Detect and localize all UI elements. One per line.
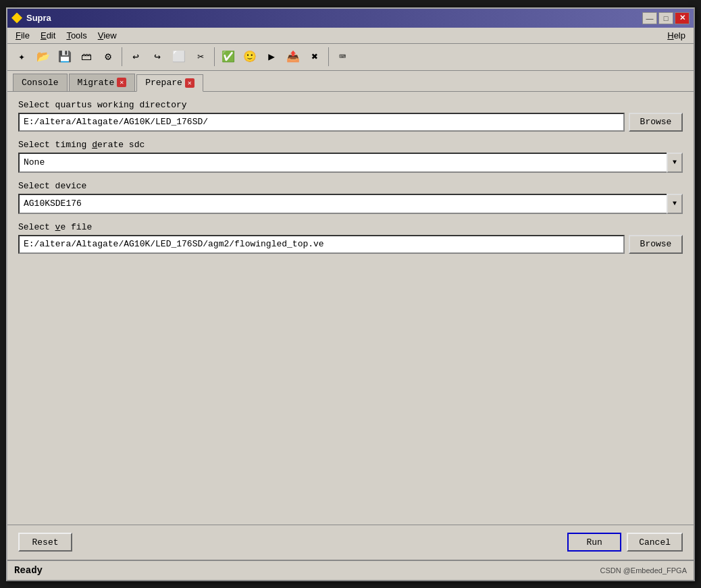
quartus-label: Select quartus working directory (18, 100, 683, 110)
title-bar-left: Supra (11, 13, 51, 24)
ve-browse-button[interactable]: Browse (629, 235, 683, 254)
open-button[interactable]: 📂 (33, 47, 53, 66)
bottom-bar: Reset Run Cancel (7, 525, 694, 560)
device-select[interactable]: AG10KSDE176 (18, 194, 683, 214)
ve-input[interactable] (18, 235, 625, 254)
title-bar: Supra — □ ✕ (7, 9, 694, 28)
toolbar-sep-2 (214, 47, 215, 66)
tab-prepare-label: Prepare (145, 78, 182, 88)
toolbar-sep-3 (328, 47, 329, 66)
device-select-wrapper: AG10KSDE176 ▼ (18, 194, 683, 214)
smiley-button[interactable]: 🙂 (240, 47, 260, 66)
ve-label: Select ve file (18, 222, 683, 232)
title-bar-buttons: — □ ✕ (642, 12, 690, 24)
device-label: Select device (18, 181, 683, 191)
menu-edit[interactable]: Edit (35, 29, 61, 42)
run2-button[interactable]: ▶ (261, 47, 282, 66)
menu-tools[interactable]: Tools (61, 29, 92, 42)
toolbar: ✦ 📂 💾 🗃 ⚙ ↩ ↪ ⬜ ✂ ✅ 🙂 ▶ 📤 ✖ ⌨ (7, 44, 694, 71)
save-all-button[interactable]: 🗃 (76, 47, 97, 66)
tab-migrate-close[interactable]: ✕ (117, 78, 126, 87)
tab-console[interactable]: Console (13, 74, 68, 91)
menu-view[interactable]: View (93, 29, 122, 42)
quartus-section: Select quartus working directory Browse (18, 100, 683, 132)
btn-group-right: Run Cancel (567, 533, 683, 552)
menu-file[interactable]: File (10, 29, 35, 42)
undo-button[interactable]: ↩ (126, 47, 146, 66)
timing-select-wrapper: None ▼ (18, 153, 683, 173)
quartus-input-row: Browse (18, 113, 683, 132)
check-button[interactable]: ✅ (218, 47, 238, 66)
cut-button[interactable]: ✂ (190, 47, 211, 66)
status-bar: Ready CSDN @Embeded_FPGA (7, 560, 694, 580)
toolbar-sep-1 (122, 47, 122, 66)
new-file-button[interactable]: ✦ (11, 47, 32, 66)
timing-label: Select timing derate sdc (18, 140, 683, 150)
timing-select[interactable]: None (18, 153, 683, 173)
tab-prepare-close[interactable]: ✕ (185, 78, 194, 88)
tab-migrate-label: Migrate (78, 78, 115, 88)
tab-console-label: Console (22, 78, 59, 88)
main-content: Select quartus working directory Browse … (7, 92, 694, 525)
minimize-button[interactable]: — (642, 12, 657, 24)
run-button[interactable]: Run (567, 533, 621, 552)
ve-section: Select ve file Browse (18, 222, 683, 254)
settings-button[interactable]: ⚙ (98, 47, 118, 66)
ve-input-row: Browse (18, 235, 683, 254)
status-text: Ready (14, 565, 43, 576)
menu-help[interactable]: Help (662, 29, 691, 42)
timing-section: Select timing derate sdc None ▼ (18, 140, 683, 173)
redo-button[interactable]: ↪ (147, 47, 167, 66)
copy-button[interactable]: ⬜ (169, 47, 189, 66)
tab-prepare[interactable]: Prepare ✕ (136, 74, 203, 92)
cancel-button[interactable]: Cancel (627, 533, 683, 552)
window-title: Supra (26, 13, 51, 23)
device-section: Select device AG10KSDE176 ▼ (18, 181, 683, 214)
save-button[interactable]: 💾 (55, 47, 75, 66)
menu-bar: File Edit Tools View Help (7, 28, 694, 44)
quartus-browse-button[interactable]: Browse (629, 113, 683, 132)
delete-button[interactable]: ✖ (305, 47, 325, 66)
status-credit: CSDN @Embeded_FPGA (600, 566, 687, 574)
tab-migrate[interactable]: Migrate ✕ (69, 74, 136, 91)
main-window: Supra — □ ✕ File Edit Tools View Help ✦ … (6, 7, 695, 581)
app-icon (11, 13, 22, 24)
terminal-button[interactable]: ⌨ (332, 47, 353, 66)
tab-bar: Console Migrate ✕ Prepare ✕ (7, 71, 694, 92)
close-button[interactable]: ✕ (675, 12, 690, 24)
quartus-input[interactable] (18, 113, 625, 132)
reset-button[interactable]: Reset (18, 533, 72, 552)
export-button[interactable]: 📤 (283, 47, 303, 66)
maximize-button[interactable]: □ (658, 12, 673, 24)
